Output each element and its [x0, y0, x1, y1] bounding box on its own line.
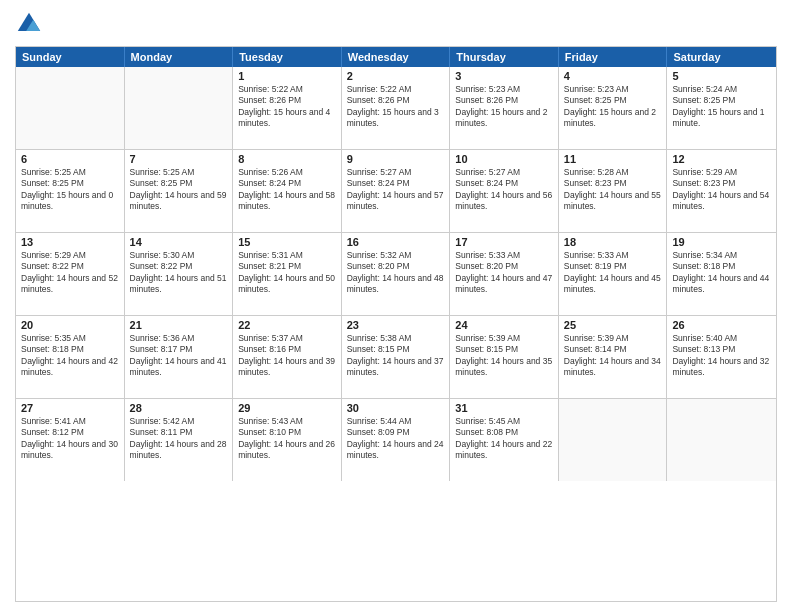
- header-cell-friday: Friday: [559, 47, 668, 67]
- day-number: 17: [455, 236, 553, 248]
- day-cell-9: 9Sunrise: 5:27 AM Sunset: 8:24 PM Daylig…: [342, 150, 451, 232]
- day-detail: Sunrise: 5:44 AM Sunset: 8:09 PM Dayligh…: [347, 416, 445, 462]
- day-number: 1: [238, 70, 336, 82]
- calendar-row-1: 1Sunrise: 5:22 AM Sunset: 8:26 PM Daylig…: [16, 67, 776, 150]
- day-number: 13: [21, 236, 119, 248]
- day-cell-19: 19Sunrise: 5:34 AM Sunset: 8:18 PM Dayli…: [667, 233, 776, 315]
- day-detail: Sunrise: 5:22 AM Sunset: 8:26 PM Dayligh…: [238, 84, 336, 130]
- day-detail: Sunrise: 5:37 AM Sunset: 8:16 PM Dayligh…: [238, 333, 336, 379]
- day-number: 24: [455, 319, 553, 331]
- day-number: 28: [130, 402, 228, 414]
- day-cell-21: 21Sunrise: 5:36 AM Sunset: 8:17 PM Dayli…: [125, 316, 234, 398]
- day-number: 27: [21, 402, 119, 414]
- day-number: 14: [130, 236, 228, 248]
- day-cell-13: 13Sunrise: 5:29 AM Sunset: 8:22 PM Dayli…: [16, 233, 125, 315]
- day-number: 4: [564, 70, 662, 82]
- day-cell-10: 10Sunrise: 5:27 AM Sunset: 8:24 PM Dayli…: [450, 150, 559, 232]
- empty-cell: [16, 67, 125, 149]
- day-number: 26: [672, 319, 771, 331]
- day-cell-30: 30Sunrise: 5:44 AM Sunset: 8:09 PM Dayli…: [342, 399, 451, 481]
- day-number: 10: [455, 153, 553, 165]
- calendar-row-3: 13Sunrise: 5:29 AM Sunset: 8:22 PM Dayli…: [16, 233, 776, 316]
- day-number: 7: [130, 153, 228, 165]
- day-cell-31: 31Sunrise: 5:45 AM Sunset: 8:08 PM Dayli…: [450, 399, 559, 481]
- day-cell-7: 7Sunrise: 5:25 AM Sunset: 8:25 PM Daylig…: [125, 150, 234, 232]
- day-cell-17: 17Sunrise: 5:33 AM Sunset: 8:20 PM Dayli…: [450, 233, 559, 315]
- day-detail: Sunrise: 5:36 AM Sunset: 8:17 PM Dayligh…: [130, 333, 228, 379]
- day-cell-26: 26Sunrise: 5:40 AM Sunset: 8:13 PM Dayli…: [667, 316, 776, 398]
- empty-cell: [559, 399, 668, 481]
- day-number: 2: [347, 70, 445, 82]
- day-detail: Sunrise: 5:34 AM Sunset: 8:18 PM Dayligh…: [672, 250, 771, 296]
- day-cell-22: 22Sunrise: 5:37 AM Sunset: 8:16 PM Dayli…: [233, 316, 342, 398]
- day-number: 12: [672, 153, 771, 165]
- calendar-header: SundayMondayTuesdayWednesdayThursdayFrid…: [16, 47, 776, 67]
- day-detail: Sunrise: 5:32 AM Sunset: 8:20 PM Dayligh…: [347, 250, 445, 296]
- day-detail: Sunrise: 5:23 AM Sunset: 8:26 PM Dayligh…: [455, 84, 553, 130]
- day-number: 21: [130, 319, 228, 331]
- day-detail: Sunrise: 5:33 AM Sunset: 8:20 PM Dayligh…: [455, 250, 553, 296]
- day-number: 18: [564, 236, 662, 248]
- day-detail: Sunrise: 5:31 AM Sunset: 8:21 PM Dayligh…: [238, 250, 336, 296]
- day-cell-5: 5Sunrise: 5:24 AM Sunset: 8:25 PM Daylig…: [667, 67, 776, 149]
- day-cell-28: 28Sunrise: 5:42 AM Sunset: 8:11 PM Dayli…: [125, 399, 234, 481]
- day-detail: Sunrise: 5:42 AM Sunset: 8:11 PM Dayligh…: [130, 416, 228, 462]
- day-number: 8: [238, 153, 336, 165]
- day-cell-3: 3Sunrise: 5:23 AM Sunset: 8:26 PM Daylig…: [450, 67, 559, 149]
- day-detail: Sunrise: 5:29 AM Sunset: 8:22 PM Dayligh…: [21, 250, 119, 296]
- day-detail: Sunrise: 5:39 AM Sunset: 8:15 PM Dayligh…: [455, 333, 553, 379]
- header-cell-monday: Monday: [125, 47, 234, 67]
- day-cell-18: 18Sunrise: 5:33 AM Sunset: 8:19 PM Dayli…: [559, 233, 668, 315]
- day-number: 15: [238, 236, 336, 248]
- day-detail: Sunrise: 5:27 AM Sunset: 8:24 PM Dayligh…: [347, 167, 445, 213]
- day-cell-29: 29Sunrise: 5:43 AM Sunset: 8:10 PM Dayli…: [233, 399, 342, 481]
- day-number: 11: [564, 153, 662, 165]
- day-number: 22: [238, 319, 336, 331]
- day-cell-16: 16Sunrise: 5:32 AM Sunset: 8:20 PM Dayli…: [342, 233, 451, 315]
- day-cell-27: 27Sunrise: 5:41 AM Sunset: 8:12 PM Dayli…: [16, 399, 125, 481]
- day-number: 25: [564, 319, 662, 331]
- day-cell-15: 15Sunrise: 5:31 AM Sunset: 8:21 PM Dayli…: [233, 233, 342, 315]
- day-cell-12: 12Sunrise: 5:29 AM Sunset: 8:23 PM Dayli…: [667, 150, 776, 232]
- day-detail: Sunrise: 5:28 AM Sunset: 8:23 PM Dayligh…: [564, 167, 662, 213]
- empty-cell: [125, 67, 234, 149]
- day-cell-11: 11Sunrise: 5:28 AM Sunset: 8:23 PM Dayli…: [559, 150, 668, 232]
- day-cell-4: 4Sunrise: 5:23 AM Sunset: 8:25 PM Daylig…: [559, 67, 668, 149]
- header: [15, 10, 777, 38]
- day-detail: Sunrise: 5:30 AM Sunset: 8:22 PM Dayligh…: [130, 250, 228, 296]
- day-detail: Sunrise: 5:29 AM Sunset: 8:23 PM Dayligh…: [672, 167, 771, 213]
- day-cell-23: 23Sunrise: 5:38 AM Sunset: 8:15 PM Dayli…: [342, 316, 451, 398]
- day-number: 9: [347, 153, 445, 165]
- day-number: 31: [455, 402, 553, 414]
- day-cell-25: 25Sunrise: 5:39 AM Sunset: 8:14 PM Dayli…: [559, 316, 668, 398]
- day-detail: Sunrise: 5:43 AM Sunset: 8:10 PM Dayligh…: [238, 416, 336, 462]
- day-detail: Sunrise: 5:38 AM Sunset: 8:15 PM Dayligh…: [347, 333, 445, 379]
- calendar: SundayMondayTuesdayWednesdayThursdayFrid…: [15, 46, 777, 602]
- page: SundayMondayTuesdayWednesdayThursdayFrid…: [0, 0, 792, 612]
- empty-cell: [667, 399, 776, 481]
- logo: [15, 10, 47, 38]
- day-detail: Sunrise: 5:35 AM Sunset: 8:18 PM Dayligh…: [21, 333, 119, 379]
- day-detail: Sunrise: 5:25 AM Sunset: 8:25 PM Dayligh…: [130, 167, 228, 213]
- day-number: 16: [347, 236, 445, 248]
- calendar-row-5: 27Sunrise: 5:41 AM Sunset: 8:12 PM Dayli…: [16, 399, 776, 481]
- day-cell-6: 6Sunrise: 5:25 AM Sunset: 8:25 PM Daylig…: [16, 150, 125, 232]
- day-cell-24: 24Sunrise: 5:39 AM Sunset: 8:15 PM Dayli…: [450, 316, 559, 398]
- day-number: 30: [347, 402, 445, 414]
- day-number: 20: [21, 319, 119, 331]
- day-number: 29: [238, 402, 336, 414]
- day-detail: Sunrise: 5:22 AM Sunset: 8:26 PM Dayligh…: [347, 84, 445, 130]
- header-cell-saturday: Saturday: [667, 47, 776, 67]
- header-cell-tuesday: Tuesday: [233, 47, 342, 67]
- day-detail: Sunrise: 5:23 AM Sunset: 8:25 PM Dayligh…: [564, 84, 662, 130]
- day-number: 19: [672, 236, 771, 248]
- day-cell-1: 1Sunrise: 5:22 AM Sunset: 8:26 PM Daylig…: [233, 67, 342, 149]
- header-cell-thursday: Thursday: [450, 47, 559, 67]
- day-detail: Sunrise: 5:41 AM Sunset: 8:12 PM Dayligh…: [21, 416, 119, 462]
- day-number: 5: [672, 70, 771, 82]
- day-cell-8: 8Sunrise: 5:26 AM Sunset: 8:24 PM Daylig…: [233, 150, 342, 232]
- day-cell-14: 14Sunrise: 5:30 AM Sunset: 8:22 PM Dayli…: [125, 233, 234, 315]
- day-number: 3: [455, 70, 553, 82]
- day-detail: Sunrise: 5:24 AM Sunset: 8:25 PM Dayligh…: [672, 84, 771, 130]
- day-detail: Sunrise: 5:40 AM Sunset: 8:13 PM Dayligh…: [672, 333, 771, 379]
